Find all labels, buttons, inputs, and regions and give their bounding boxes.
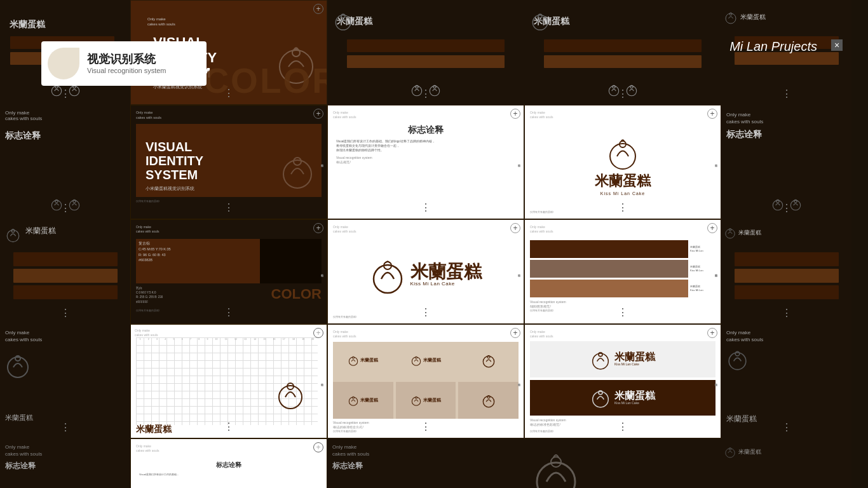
logo-v1: 米蘭蛋糕	[333, 342, 393, 379]
tooltip-text: 视觉识别系统 Visual recognition system	[87, 53, 166, 74]
plus-r2c2[interactable]: +	[313, 109, 323, 119]
vert-strip-r4c3: 标志规范	[515, 325, 524, 438]
plus-r3c2[interactable]: +	[313, 223, 323, 233]
cell-r3-c5: 米蘭蛋糕 ⋮	[721, 219, 851, 324]
cell-r1-c4: 米蘭蛋糕 ⋮	[524, 0, 721, 105]
dots-menu-r1c1[interactable]: ⋮	[60, 88, 71, 100]
slide-r4c2-header: Only makecakes with souls	[135, 329, 323, 337]
svg-point-48	[349, 397, 358, 405]
zh-label-r2c5: 标志诠释	[726, 129, 762, 140]
biaozhi-title: 标志诠释	[333, 125, 519, 136]
plus-r4c2[interactable]: +	[313, 328, 323, 338]
stripe-row-2: 米蘭蛋糕Kiss Mi Lan	[530, 260, 715, 278]
brand-text-r1c1: 米蘭蛋糕	[10, 19, 45, 30]
svg-point-24	[283, 160, 311, 188]
svg-point-2	[69, 86, 79, 95]
plus-r5c2[interactable]: +	[313, 442, 323, 452]
vis-slide-sub: 小米蘭蛋糕视觉识别系统	[146, 186, 194, 192]
dots-menu-r1c5[interactable]: ⋮	[782, 88, 792, 100]
svg-point-66	[726, 449, 735, 458]
plus-r2c4[interactable]: +	[707, 109, 717, 119]
biaozhi-sub: Visual recognition system/标志规范/	[333, 156, 519, 165]
vert-strip-r3c3: 标志规范	[515, 220, 524, 323]
brand-header-r1c5: 米蘭蛋糕	[724, 10, 848, 25]
svg-point-6	[336, 15, 350, 30]
logo-text-dark: 米蘭蛋糕 Kiss Mi Lan Cake	[614, 391, 655, 405]
swatches-r3c2: 复古棕C:45 M:65 Y:70 K:35R: 96 G: 60 B: 43#…	[136, 239, 322, 283]
multi-logos: 米蘭蛋糕 米蘭蛋糕 米蘭蛋糕 米蘭蛋糕	[333, 342, 519, 419]
plus-r2c3[interactable]: +	[510, 109, 520, 119]
cell-r4-c3: + Only makecakes with souls 米蘭蛋糕 米蘭蛋糕 米蘭…	[327, 324, 524, 438]
close-button[interactable]: ×	[831, 39, 843, 51]
svg-point-58	[729, 353, 746, 370]
vert-strip-r2c2: 标志规范	[318, 105, 327, 219]
slide-r2c2-header: Only makecakes with souls	[136, 111, 322, 120]
svg-point-10	[430, 86, 439, 95]
dots-menu-r4c2[interactable]: ⋮	[224, 421, 234, 433]
cell-r3-c2: + Only makecakes with souls 复古棕C:45 M:65…	[130, 219, 327, 324]
dots-menu-r2c5[interactable]: ⋮	[782, 202, 792, 214]
svg-point-46	[483, 356, 494, 367]
dots-menu-r3c4[interactable]: ⋮	[618, 306, 628, 318]
grid-bg-r4c2: 1234567891011121314151617181920	[136, 337, 318, 425]
cell-r4-c2: + Only makecakes with souls 123456789101…	[130, 324, 327, 438]
slide-r2c2-content: Only makecakes with souls VISUALIDENTITY…	[131, 105, 327, 208]
dots-menu-r1c2[interactable]: ⋮	[224, 87, 234, 99]
color-label-overlay: COLOR	[203, 60, 327, 101]
plus-r4c4[interactable]: +	[707, 328, 717, 338]
stripe-row-1: 米蘭蛋糕Kiss Mi Lan	[530, 240, 715, 258]
svg-point-12	[532, 15, 547, 30]
footer-r3c2: 仅用有关有趣的蛋糕/	[136, 309, 159, 312]
dots-menu-r2c4[interactable]: ⋮	[618, 201, 628, 214]
dots-menu-r4c4[interactable]: ⋮	[618, 421, 628, 433]
brand-r5c5: 米蘭蛋糕	[724, 445, 848, 459]
slide-r5c2-title: 标志诠释	[136, 461, 322, 470]
logo-display-r2c4: 米蘭蛋糕 Kiss Mi Lan Cake	[530, 119, 715, 210]
logo-v3	[458, 342, 519, 379]
content-r4c1	[5, 349, 125, 381]
dots-menu-r4c3[interactable]: ⋮	[421, 421, 431, 433]
dots-menu-r1c3[interactable]: ⋮	[421, 88, 431, 100]
dots-menu-r3c3[interactable]: ⋮	[421, 306, 431, 318]
label-r5c3: 标志诠释	[332, 461, 363, 471]
header-r5c1: Only makecakes with souls	[5, 444, 42, 458]
logo-v4: 米蘭蛋糕	[333, 382, 393, 419]
dots-menu-r1c4[interactable]: ⋮	[618, 88, 628, 100]
cell-r5-c3: Only makecakes with souls 标志诠释 ⋮	[327, 438, 524, 488]
zh-label-r2c1: 标志诠释	[5, 130, 41, 142]
cell-r5-c4: 米蘭蛋糕 ⋮	[524, 438, 721, 488]
dots-menu-r3c1[interactable]: ⋮	[60, 307, 71, 319]
dots-menu-r4c1[interactable]: ⋮	[60, 421, 71, 433]
svg-point-22	[69, 200, 79, 210]
biaozhi-content: Visual是我们所有设计工作的基础。我们的logo诠释了品牌的精神内核，将传统…	[333, 139, 519, 153]
dark-logo-r3c1	[5, 226, 21, 246]
logo-grid-zh: 米蘭蛋糕	[136, 424, 172, 435]
plus-r3c3[interactable]: +	[510, 223, 520, 233]
label-r5c1: 标志诠释	[5, 461, 36, 471]
cell-r5-c5: 米蘭蛋糕 ⋮	[721, 438, 851, 488]
logo-dark-box: 米蘭蛋糕 Kiss Mi Lan Cake	[530, 380, 715, 416]
plus-r1c2[interactable]: +	[313, 4, 323, 14]
vert-strip-r4c2: 标志规范	[318, 325, 327, 438]
cell-r2-c3: + Only makecakes with souls 标志诠释 Visual是…	[327, 105, 524, 219]
zh-r4c5: 米蘭蛋糕	[726, 414, 757, 424]
svg-point-30	[790, 200, 800, 210]
slide-r4c4-header: Only makecakes with souls	[530, 330, 715, 339]
grid-numbers: 1234567891011121314151617181920	[136, 337, 318, 341]
swatch-white-label: 乳白C:0 M:0 Y:5 K:0R: 255 G: 255 B: 230#FF…	[136, 286, 163, 304]
dots-menu-r4c5[interactable]: ⋮	[782, 421, 792, 433]
logo-en-r2c4: Kiss Mi Lan Cake	[600, 191, 645, 196]
dots-menu-r3c2[interactable]: ⋮	[224, 306, 234, 318]
dots-menu-r2c1[interactable]: ⋮	[60, 202, 71, 214]
color-big-label: COLOR	[271, 286, 322, 302]
footer-r3c4: 仅用有关有趣的蛋糕/	[530, 309, 553, 312]
dots-menu-r2c2[interactable]: ⋮	[224, 201, 234, 214]
cell-r1-c3: 米蘭蛋糕 ⋮	[327, 0, 524, 105]
cake-grid-icon	[276, 377, 305, 412]
dots-menu-r2c3[interactable]: ⋮	[421, 201, 431, 214]
slide-r2c3-header: Only makecakes with souls	[333, 111, 519, 119]
plus-r3c4[interactable]: +	[707, 223, 717, 233]
plus-r4c3[interactable]: +	[510, 328, 520, 338]
vert-strip-r2c3: 标志规范	[515, 105, 524, 219]
dots-menu-r3c5[interactable]: ⋮	[782, 307, 792, 319]
